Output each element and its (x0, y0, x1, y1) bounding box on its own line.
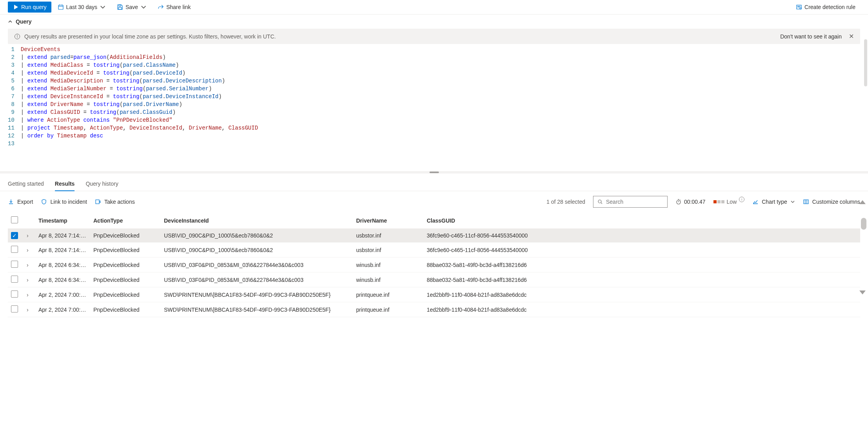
info-bar: Query results are presented in your loca… (8, 29, 860, 44)
table-row[interactable]: ›Apr 2, 2024 7:00:5...PnpDeviceBlockedSW… (8, 302, 860, 317)
take-actions-icon (95, 199, 101, 205)
cell-timestamp: Apr 2, 2024 7:00:5... (35, 302, 90, 317)
expand-row-icon[interactable]: › (27, 232, 29, 239)
code-area[interactable]: DeviceEvents | extend parsed=parse_json(… (21, 46, 860, 148)
table-row[interactable]: ›Apr 8, 2024 6:34:2...PnpDeviceBlockedUS… (8, 258, 860, 272)
query-section-title: Query (16, 18, 31, 25)
cell-classguid: 88bae032-5a81-49f0-bc3d-a4ff138216d6 (424, 258, 860, 272)
cell-drivername: printqueue.inf (353, 287, 424, 302)
customize-columns-button[interactable]: Customize columns (803, 199, 860, 205)
cell-deviceinstanceid: USB\VID_03F0&PID_0853&MI_03\6&227844e3&0… (161, 258, 353, 272)
cell-classguid: 1ed2bbf9-11f0-4084-b21f-ad83a8e6dcdc (424, 287, 860, 302)
elapsed-value: 00:00.47 (684, 199, 706, 205)
row-checkbox[interactable] (11, 246, 18, 253)
create-rule-button[interactable]: Create detection rule (791, 2, 860, 13)
cell-actiontype: PnpDeviceBlocked (90, 272, 161, 287)
cell-timestamp: Apr 8, 2024 6:34:2... (35, 258, 90, 272)
editor-scrollbar[interactable] (864, 39, 867, 86)
row-checkbox[interactable]: ✓ (11, 232, 18, 239)
scroll-up-button[interactable] (859, 200, 866, 204)
cell-drivername: usbstor.inf (353, 243, 424, 258)
row-checkbox[interactable] (11, 305, 18, 312)
svg-rect-13 (96, 200, 99, 204)
close-icon[interactable]: ✕ (849, 33, 854, 40)
timerange-label: Last 30 days (66, 4, 97, 10)
cell-actiontype: PnpDeviceBlocked (90, 258, 161, 272)
expand-row-icon[interactable]: › (27, 247, 29, 253)
info-icon[interactable]: i (739, 197, 744, 202)
search-icon (597, 199, 603, 205)
header-timestamp[interactable]: Timestamp (35, 212, 90, 229)
select-all-checkbox[interactable] (11, 216, 18, 223)
expand-row-icon[interactable]: › (27, 292, 29, 298)
cell-deviceinstanceid: SWD\PRINTENUM\{BBCA1F83-54DF-49FD-99C3-F… (161, 302, 353, 317)
dismiss-info-link[interactable]: Don't want to see it again (780, 33, 842, 40)
save-label: Save (126, 4, 138, 10)
table-row[interactable]: ›Apr 8, 2024 7:14:1...PnpDeviceBlockedUS… (8, 243, 860, 258)
svg-rect-4 (119, 5, 121, 6)
export-button[interactable]: Export (8, 199, 33, 205)
vertical-scrollbar[interactable] (861, 218, 866, 230)
cell-actiontype: PnpDeviceBlocked (90, 287, 161, 302)
expand-row-icon[interactable]: › (27, 307, 29, 313)
cell-actiontype: PnpDeviceBlocked (90, 229, 161, 243)
tab-query-history[interactable]: Query history (86, 177, 118, 191)
severity-indicator: Low i (713, 199, 745, 205)
save-button[interactable]: Save (112, 2, 151, 13)
share-label: Share link (166, 4, 191, 10)
cell-deviceinstanceid: USB\VID_03F0&PID_0853&MI_03\6&227844e3&0… (161, 272, 353, 287)
cell-drivername: printqueue.inf (353, 302, 424, 317)
header-deviceinstanceid[interactable]: DeviceInstanceId (161, 212, 353, 229)
scroll-down-button[interactable] (859, 290, 866, 294)
link-incident-button[interactable]: Link to incident (41, 199, 87, 205)
share-button[interactable]: Share link (153, 2, 195, 13)
cell-actiontype: PnpDeviceBlocked (90, 302, 161, 317)
row-checkbox[interactable] (11, 290, 18, 298)
cell-drivername: winusb.inf (353, 258, 424, 272)
cell-timestamp: Apr 2, 2024 7:00:5... (35, 287, 90, 302)
run-query-button[interactable]: Run query (8, 2, 51, 13)
tab-getting-started[interactable]: Getting started (8, 177, 44, 191)
svg-point-14 (598, 200, 601, 203)
query-editor[interactable]: 12345678910111213 DeviceEvents | extend … (0, 46, 868, 148)
pane-splitter[interactable] (0, 171, 868, 174)
cell-deviceinstanceid: USB\VID_090C&PID_1000\5&ecb7860&0&2 (161, 243, 353, 258)
take-actions-button[interactable]: Take actions (95, 199, 135, 205)
cell-actiontype: PnpDeviceBlocked (90, 243, 161, 258)
timerange-button[interactable]: Last 30 days (53, 2, 111, 13)
svg-rect-0 (58, 5, 63, 9)
results-tabs: Getting started Results Query history (0, 174, 868, 191)
results-actionbar: Export Link to incident Take actions 1 o… (0, 191, 868, 212)
chart-icon (752, 199, 759, 205)
tab-results[interactable]: Results (55, 177, 75, 191)
svg-line-19 (680, 200, 681, 200)
table-row[interactable]: ›Apr 2, 2024 7:00:5...PnpDeviceBlockedSW… (8, 287, 860, 302)
cell-timestamp: Apr 8, 2024 7:14:1... (35, 229, 90, 243)
svg-rect-5 (118, 7, 122, 9)
cell-classguid: 1ed2bbf9-11f0-4084-b21f-ad83a8e6dcdc (424, 302, 860, 317)
cell-timestamp: Apr 8, 2024 7:14:1... (35, 243, 90, 258)
row-checkbox[interactable] (11, 261, 18, 268)
svg-point-9 (800, 7, 801, 9)
row-checkbox[interactable] (11, 276, 18, 283)
query-section-header[interactable]: Query (0, 15, 868, 29)
search-box[interactable] (593, 196, 668, 208)
info-icon (14, 33, 20, 40)
table-row[interactable]: ›Apr 8, 2024 6:34:2...PnpDeviceBlockedUS… (8, 272, 860, 287)
expand-row-icon[interactable]: › (27, 262, 29, 268)
share-icon (158, 4, 164, 10)
chart-type-button[interactable]: Chart type (752, 199, 795, 205)
cell-classguid: 36fc9e60-c465-11cf-8056-444553540000 (424, 243, 860, 258)
table-row[interactable]: ✓›Apr 8, 2024 7:14:1...PnpDeviceBlockedU… (8, 229, 860, 243)
expand-row-icon[interactable]: › (27, 277, 29, 283)
elapsed-time: 00:00.47 (675, 199, 706, 205)
cell-drivername: usbstor.inf (353, 229, 424, 243)
cell-classguid: 88bae032-5a81-49f0-bc3d-a4ff138216d6 (424, 272, 860, 287)
header-classguid[interactable]: ClassGUID (424, 212, 860, 229)
header-drivername[interactable]: DriverName (353, 212, 424, 229)
header-actiontype[interactable]: ActionType (90, 212, 161, 229)
search-input[interactable] (606, 199, 663, 205)
svg-rect-20 (804, 200, 808, 204)
export-label: Export (17, 199, 33, 205)
results-table-wrap: Timestamp ActionType DeviceInstanceId Dr… (0, 212, 868, 317)
